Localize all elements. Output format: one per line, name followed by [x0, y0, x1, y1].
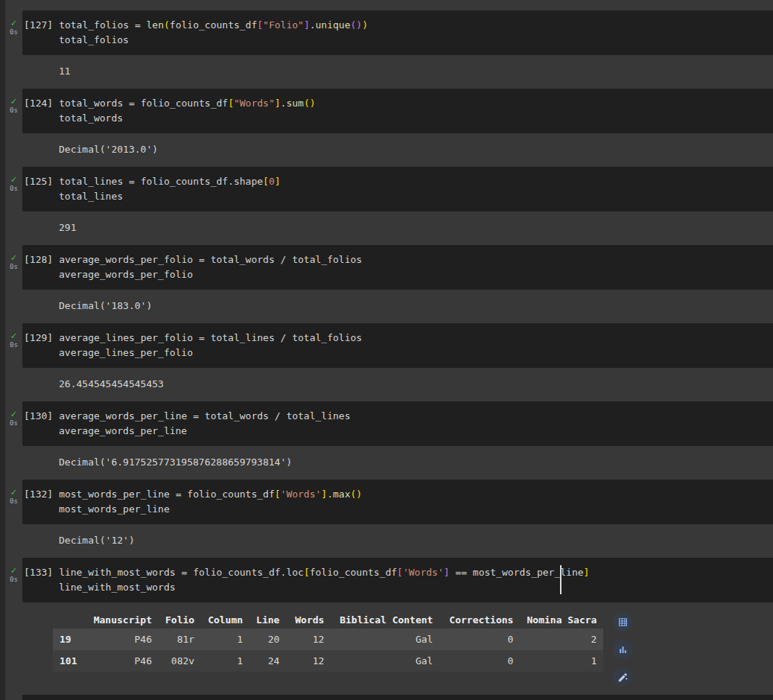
code-token: 0	[269, 176, 275, 187]
output-text: Decimal('6.917525773195876288659793814')	[59, 455, 767, 470]
code-token: [	[397, 567, 403, 578]
output-text: 291	[59, 220, 767, 235]
table-cell: 0	[439, 629, 520, 650]
cell-gutter: ✓0s	[5, 480, 22, 558]
table-cell: 1	[201, 629, 249, 650]
code-token: ()	[351, 489, 363, 500]
dataframe-table: ManuscriptFolioColumnLineWordsBiblical C…	[53, 611, 603, 672]
table-grid-icon	[617, 617, 629, 628]
code-token: [	[263, 176, 269, 187]
notebook-cell: ✓0s[127]total_folios = len(folio_counts_…	[5, 10, 773, 89]
interactive-table-button[interactable]	[613, 612, 632, 631]
notebook-cell: ✓0s[129]average_lines_per_folio = total_…	[5, 323, 773, 401]
code-token: average_words_per_line	[59, 425, 187, 436]
cell-gutter: ✓0s	[5, 245, 22, 323]
code-line: [125]total_lines = folio_counts_df.shape…	[24, 174, 767, 189]
code-editor[interactable]: [130]average_words_per_line = total_word…	[22, 401, 773, 446]
suggest-charts-button[interactable]	[613, 640, 632, 659]
code-token: 'Words'	[281, 489, 322, 500]
code-editor[interactable]: [125]total_lines = folio_counts_df.shape…	[22, 167, 773, 211]
cell-gutter: ✓0s	[5, 89, 22, 167]
column-header: Corrections	[439, 611, 520, 629]
table-cell: 0	[439, 650, 520, 672]
left-gutter-strip	[0, 0, 5, 700]
text-cursor	[560, 565, 562, 594]
code-token: folio_counts_df	[310, 567, 397, 578]
code-token: == most_words_per_line	[450, 567, 584, 578]
code-token: ]	[584, 567, 590, 578]
code-token: [	[257, 19, 263, 31]
code-token: .	[327, 489, 333, 500]
code-token: ]	[444, 567, 450, 578]
code-line: total_folios	[24, 33, 767, 48]
code-line: line_with_most_words	[24, 580, 767, 595]
output-text: Decimal('12')	[59, 533, 767, 548]
code-token: total_lines = folio_counts_df.shape	[59, 176, 263, 187]
execution-count: [130]	[24, 410, 59, 421]
code-token: (	[164, 19, 170, 31]
cell-success-icon: ✓	[11, 565, 17, 575]
generate-code-button[interactable]	[613, 667, 632, 687]
cell-success-icon: ✓	[11, 331, 17, 340]
code-line: [132]most_words_per_line = folio_counts_…	[24, 487, 767, 502]
output-text: Decimal('183.0')	[59, 299, 767, 314]
table-cell: 12	[286, 629, 331, 650]
notebook-cell: ✓0s[128]average_words_per_folio = total_…	[5, 245, 773, 323]
table-cell: 81r	[159, 629, 201, 650]
code-editor[interactable]: [133]line_with_most_words = folio_counts…	[22, 558, 773, 602]
code-token: total_folios =	[59, 19, 146, 31]
code-line: [127]total_folios = len(folio_counts_df[…	[24, 18, 767, 33]
cell-gutter: ✓0s	[5, 10, 22, 89]
cell-output: 11	[22, 55, 773, 89]
code-token: total_words = folio_counts_df	[59, 98, 228, 109]
code-token: folio_counts_df	[170, 19, 257, 31]
code-token: [	[304, 567, 310, 578]
cell-output: ManuscriptFolioColumnLineWordsBiblical C…	[22, 602, 773, 694]
code-token: "Words"	[234, 98, 275, 109]
code-line: average_words_per_folio	[24, 267, 767, 282]
table-cell: 1	[201, 650, 249, 672]
code-editor[interactable]: [124]total_words = folio_counts_df["Word…	[22, 89, 773, 133]
code-token: sum	[286, 98, 303, 109]
code-token: ]	[304, 19, 310, 31]
code-token: [	[228, 98, 234, 109]
code-token: most_words_per_line = folio_counts_df	[59, 489, 275, 500]
cell-success-icon: ✓	[11, 174, 17, 184]
cell-output: Decimal('12')	[22, 524, 773, 558]
table-cell: Gal	[331, 629, 439, 650]
execution-count: [128]	[24, 254, 59, 265]
cell-duration: 0s	[10, 106, 18, 114]
table-cell: P46	[84, 650, 159, 672]
code-token: .	[310, 19, 316, 31]
column-header: Nomina Sacra	[520, 611, 603, 629]
code-token: ]	[321, 489, 327, 500]
code-token: )	[362, 19, 368, 31]
cell-output: Decimal('2013.0')	[22, 133, 773, 167]
code-line: total_words	[24, 111, 767, 126]
code-line: total_lines	[24, 189, 767, 204]
code-editor[interactable]: [127]total_folios = len(folio_counts_df[…	[22, 10, 773, 55]
cell-duration: 0s	[10, 576, 18, 583]
cell-output: Decimal('6.917525773195876288659793814')	[22, 446, 773, 480]
execution-count: [124]	[24, 98, 59, 109]
code-token: total_folios	[59, 34, 129, 45]
column-header: Words	[286, 611, 331, 629]
column-header: Column	[201, 611, 249, 629]
code-line: most_words_per_line	[24, 502, 767, 517]
cell-duration: 0s	[10, 341, 18, 349]
output-text: 26.454545454545453	[59, 377, 767, 392]
code-editor[interactable]: [132]most_words_per_line = folio_counts_…	[22, 480, 773, 524]
table-cell: 1	[520, 650, 603, 672]
code-editor[interactable]: [129]average_lines_per_folio = total_lin…	[22, 323, 773, 368]
code-editor[interactable]: [128]average_words_per_folio = total_wor…	[22, 245, 773, 290]
cell-gutter: ✓0s	[5, 167, 22, 245]
execution-count: [129]	[24, 332, 59, 343]
code-token: [	[275, 489, 281, 500]
row-index: 101	[53, 650, 84, 672]
cell-duration: 0s	[10, 28, 18, 36]
cell-gutter: ✓0s	[5, 401, 22, 480]
column-header: Manuscript	[84, 611, 159, 629]
cell-output: 26.454545454545453	[22, 368, 773, 401]
code-token: max	[333, 489, 350, 500]
execution-count: [125]	[24, 176, 59, 187]
